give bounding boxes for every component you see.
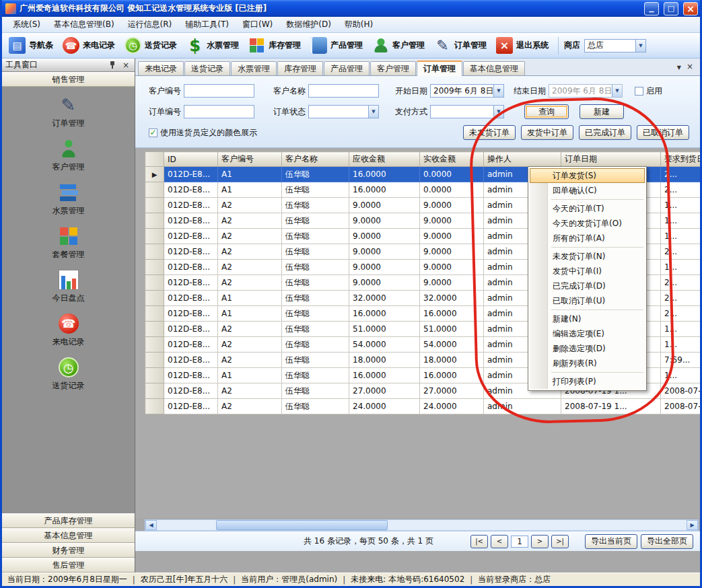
toolbar-button-customer[interactable]: 客户管理	[368, 35, 429, 57]
grid-column-header[interactable]: ID	[164, 152, 218, 167]
titlebar[interactable]: 广州爱奇迪软件科技有限公司 俊知工记送水管理系统专业版 [已注册]	[2, 0, 700, 17]
toolbar-button-call-records[interactable]: 来电记录	[59, 35, 119, 57]
last-page-button[interactable]: >|	[551, 535, 569, 548]
grid-column-header[interactable]: 要求到货日期	[661, 152, 701, 167]
context-menu-item[interactable]: 打印列表(P)	[530, 374, 645, 389]
pay-method-select[interactable]	[430, 105, 504, 118]
sidebar-group-sales[interactable]: 销售管理	[2, 72, 135, 87]
sidebar-item-today-check[interactable]: 今日盘点	[52, 270, 85, 304]
horizontal-scrollbar[interactable]	[145, 519, 699, 531]
scrollbar-track[interactable]	[157, 520, 687, 530]
first-page-button[interactable]: |<	[470, 535, 488, 548]
sidebar-item-customer[interactable]: 客户管理	[52, 139, 85, 173]
sidebar-item-delivery-records[interactable]: 送货记录	[52, 357, 85, 392]
export-all-pages-button[interactable]: 导出全部页	[641, 534, 693, 549]
toolbar-button-water-ticket[interactable]: 水票管理	[182, 35, 243, 57]
grid-column-header[interactable]: 实收金额	[420, 152, 484, 167]
grid-column-header[interactable]: 客户名称	[282, 152, 349, 167]
tab-call-records[interactable]: 来电记录	[138, 61, 184, 75]
sidebar-group-1[interactable]: 基本信息管理	[2, 528, 135, 543]
order-status-select[interactable]	[308, 105, 379, 118]
context-menu-item[interactable]: 今天的订单(T)	[530, 201, 645, 216]
maximize-button[interactable]	[664, 2, 678, 15]
tab-product[interactable]: 产品管理	[324, 61, 370, 75]
context-menu-item[interactable]: 今天的发货订单(O)	[530, 216, 645, 231]
grid-column-header[interactable]: 操作人	[484, 152, 561, 167]
tab-inventory[interactable]: 库存管理	[277, 61, 323, 75]
export-current-page-button[interactable]: 导出当前页	[585, 534, 637, 549]
pin-icon[interactable]	[107, 61, 118, 70]
menu-item-help[interactable]: 帮助(H)	[338, 16, 380, 33]
context-menu-item[interactable]: 未发货订单(N)	[530, 249, 645, 264]
table-cell: 伍华聪	[282, 291, 349, 306]
customer-name-input[interactable]	[308, 84, 379, 98]
context-menu-item[interactable]: 已完成订单(D)	[530, 279, 645, 293]
grid-column-header[interactable]: 应收金额	[349, 152, 420, 167]
customer-no-input[interactable]	[184, 84, 254, 98]
chevron-down-icon[interactable]	[635, 40, 645, 52]
toolbar-button-nav-panel[interactable]: 导航条	[5, 35, 57, 57]
sidebar-group-0[interactable]: 产品库存管理	[2, 513, 135, 528]
context-menu-item[interactable]: 刷新列表(R)	[530, 356, 645, 371]
cancelled-orders-button[interactable]: 已取消订单	[637, 125, 689, 140]
chevron-down-icon[interactable]	[493, 106, 503, 118]
context-menu-item[interactable]: 删除选定项(D)	[530, 341, 645, 356]
menu-item-window[interactable]: 窗口(W)	[236, 16, 279, 33]
page-number-input[interactable]: 1	[511, 536, 528, 548]
close-button[interactable]	[683, 2, 698, 15]
completed-orders-button[interactable]: 已完成订单	[579, 125, 631, 140]
query-button[interactable]: 查询	[524, 104, 569, 119]
scrollbar-thumb[interactable]	[216, 520, 388, 530]
new-button[interactable]: 新建	[580, 104, 624, 119]
context-menu-item[interactable]: 发货中订单(I)	[530, 264, 645, 279]
menu-item-basic-info[interactable]: 基本信息管理(B)	[47, 16, 121, 33]
sidebar-group-2[interactable]: 财务管理	[2, 543, 135, 558]
unshipped-orders-button[interactable]: 未发货订单	[463, 125, 516, 140]
menu-item-runtime-info[interactable]: 运行信息(R)	[121, 16, 179, 33]
scroll-right-icon[interactable]	[687, 520, 698, 530]
sidebar-item-package[interactable]: 套餐管理	[52, 226, 85, 260]
order-no-input[interactable]	[184, 105, 254, 118]
chevron-down-icon[interactable]	[368, 106, 378, 118]
sidebar-item-water-ticket[interactable]: 水票管理	[52, 182, 85, 217]
toolbar-button-inventory[interactable]: 库存管理	[244, 35, 305, 57]
context-menu-item[interactable]: 订单发货(S)	[530, 168, 645, 183]
grid-column-header[interactable]: 订单日期	[561, 152, 661, 167]
menu-item-tools[interactable]: 辅助工具(T)	[178, 16, 236, 33]
prev-page-button[interactable]: <	[491, 535, 508, 548]
start-date-picker[interactable]: 2009年 6月 8日	[430, 84, 504, 98]
shipping-orders-button[interactable]: 发货中订单	[521, 125, 573, 140]
tab-delivery-records[interactable]: 送货记录	[184, 61, 230, 75]
toolbar-button-order[interactable]: 订单管理	[430, 35, 491, 57]
toolbar-button-exit[interactable]: 退出系统	[492, 35, 553, 57]
context-menu-item[interactable]: 所有的订单(A)	[530, 231, 645, 246]
sidebar-item-call-records[interactable]: 来电记录	[52, 314, 85, 348]
context-menu-item[interactable]: 已取消订单(U)	[530, 293, 645, 308]
sidebar-item-order[interactable]: 订单管理	[52, 95, 85, 129]
status-separator	[343, 575, 345, 585]
context-menu-item[interactable]: 新建(N)	[530, 311, 645, 326]
toolbar-button-product[interactable]: 产品管理	[306, 35, 367, 57]
tab-customer[interactable]: 客户管理	[370, 61, 416, 75]
shop-select[interactable]: 总店	[584, 39, 646, 52]
tab-order[interactable]: 订单管理	[417, 61, 462, 76]
scroll-left-icon[interactable]	[145, 520, 157, 530]
sidebar-group-3[interactable]: 售后管理	[2, 558, 135, 573]
tab-basic-info[interactable]: 基本信息管理	[463, 61, 525, 75]
context-menu-item[interactable]: 回单确认(C)	[530, 183, 645, 198]
tab-water-ticket[interactable]: 水票管理	[231, 61, 277, 75]
tool-window-close-icon[interactable]	[120, 61, 131, 70]
menu-item-system[interactable]: 系统(S)	[6, 16, 47, 33]
grid-column-header[interactable]: 客户编号	[218, 152, 282, 167]
table-row[interactable]: 012D-E8...A2伍华聪24.000024.0000admin2008-0…	[145, 399, 701, 414]
tab-list-dropdown-icon[interactable]	[677, 62, 681, 71]
menu-item-data-maintenance[interactable]: 数据维护(D)	[279, 16, 338, 33]
toolbar-button-delivery-records[interactable]: 送货记录	[120, 35, 181, 57]
next-page-button[interactable]: >	[531, 535, 549, 548]
enable-checkbox[interactable]	[635, 87, 643, 96]
tab-close-icon[interactable]	[687, 62, 693, 71]
minimize-button[interactable]	[644, 2, 659, 15]
color-display-checkbox[interactable]	[149, 128, 157, 137]
context-menu-item[interactable]: 编辑选定项(E)	[530, 326, 645, 341]
chevron-down-icon[interactable]	[493, 85, 503, 97]
